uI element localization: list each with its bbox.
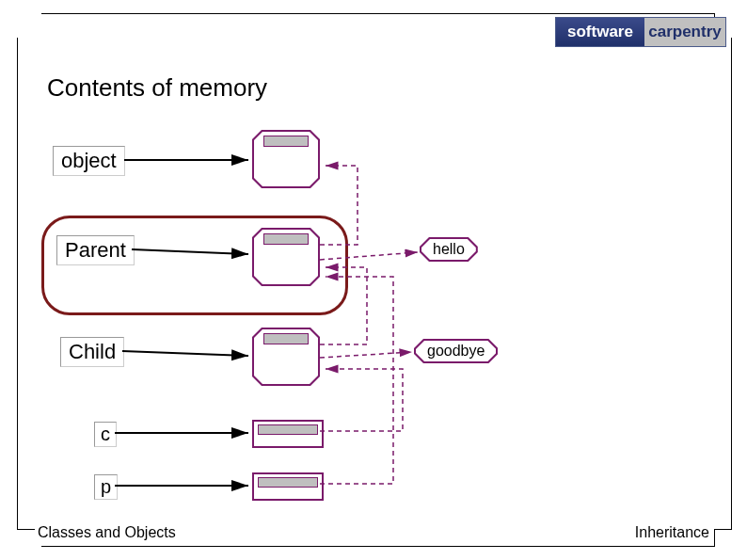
logo: software carpentry <box>555 17 726 47</box>
method-hello: hello <box>420 237 478 262</box>
class-box-object <box>252 130 320 188</box>
method-goodbye: goodbye <box>414 339 498 363</box>
label-p: p <box>94 474 118 500</box>
label-parent: Parent <box>56 235 135 265</box>
instance-box-c <box>252 420 324 448</box>
label-object: object <box>53 146 125 176</box>
logo-right: carpentry <box>644 18 725 46</box>
logo-left: software <box>556 18 644 46</box>
class-box-parent <box>252 228 320 286</box>
footer-left: Classes and Objects <box>38 524 176 541</box>
label-child: Child <box>60 337 124 367</box>
footer-right: Inheritance <box>635 524 709 541</box>
label-c: c <box>94 422 117 447</box>
instance-box-p <box>252 472 324 501</box>
class-box-child <box>252 328 320 386</box>
slide-title: Contents of memory <box>47 73 267 103</box>
